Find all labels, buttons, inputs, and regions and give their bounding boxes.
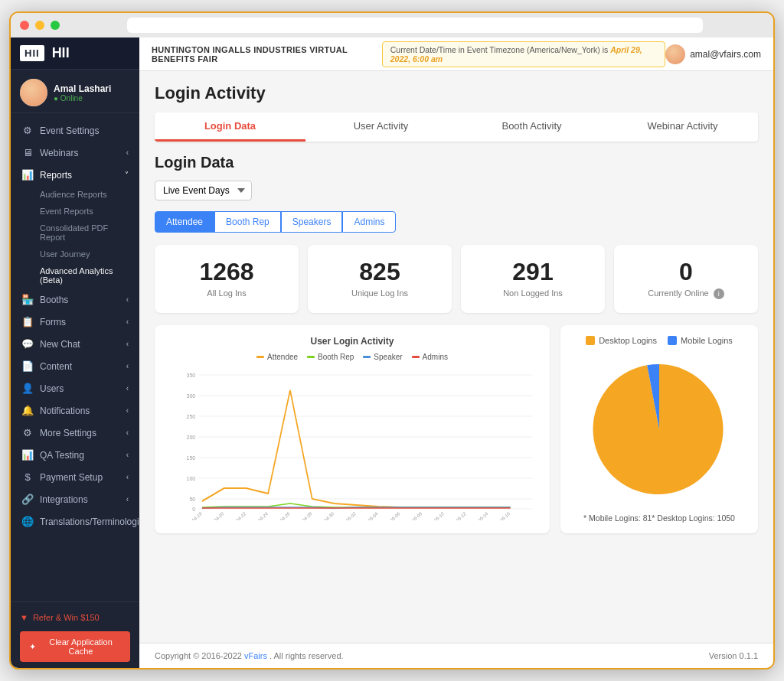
clear-cache-button[interactable]: ✦ Clear Application Cache: [20, 631, 130, 662]
stat-online-label: Currently Online i: [623, 288, 749, 299]
chevron-right-icon-2: ‹: [126, 295, 129, 304]
chart-legend: Attendee Booth Rep Speaker: [165, 353, 539, 361]
url-bar[interactable]: [127, 18, 703, 33]
legend-boothrep-dot: [307, 356, 315, 358]
sidebar-item-users[interactable]: 👤 Users ‹: [11, 377, 139, 399]
pie-svg: [583, 353, 736, 506]
svg-text:2022-05-12: 2022-05-12: [446, 510, 467, 520]
maximize-dot[interactable]: [51, 21, 60, 30]
svg-text:2022-05-08: 2022-05-08: [403, 510, 423, 520]
legend-admins-dot: [412, 356, 420, 358]
footer-brand-link[interactable]: vFairs: [244, 651, 267, 660]
close-dot[interactable]: [20, 21, 29, 30]
tab-user-activity[interactable]: User Activity: [305, 112, 456, 142]
chevron-right-icon-4: ‹: [126, 340, 129, 348]
pie-desktop-dot: [586, 336, 595, 345]
tab-webinar-activity[interactable]: Webinar Activity: [607, 112, 758, 142]
sidebar-item-content[interactable]: 📄 Content ‹: [11, 355, 139, 377]
user-status-badge: ● Online: [54, 94, 111, 103]
sidebar-item-integrations[interactable]: 🔗 Integrations ‹: [11, 488, 139, 510]
chevron-right-icon-6: ‹: [126, 384, 129, 393]
sidebar: HII HII Amal Lashari ● Online ⚙ Event Se…: [11, 37, 139, 668]
stat-unique-logins-value: 825: [317, 259, 443, 285]
line-chart: 350 300 250 200 150 100 50 0: [165, 367, 539, 520]
sub-tab-admins[interactable]: Admins: [342, 211, 396, 233]
legend-attendee-dot: [256, 356, 264, 358]
svg-text:2022-04-30: 2022-04-30: [315, 510, 335, 520]
gift-icon: ▼: [20, 613, 28, 622]
globe-icon: 🌐: [21, 516, 34, 527]
svg-text:50: 50: [189, 496, 195, 503]
sidebar-item-notifications[interactable]: 🔔 Notifications ‹: [11, 399, 139, 422]
sidebar-bottom: ▼ Refer & Win $150 ✦ Clear Application C…: [11, 601, 139, 668]
sidebar-item-translations[interactable]: 🌐 Translations/Terminologies: [11, 510, 139, 533]
user-menu-avatar: [665, 44, 685, 64]
filter-row: Live Event Days: [155, 181, 758, 200]
sidebar-item-reports[interactable]: 📊 Reports ˅: [11, 164, 139, 186]
svg-text:2022-05-10: 2022-05-10: [425, 510, 446, 520]
chevron-right-icon-11: ‹: [126, 495, 129, 503]
sidebar-item-qa-testing[interactable]: 📊 QA Testing ‹: [11, 444, 139, 466]
logo-box: HII: [20, 45, 44, 61]
event-datetime: Current Date/Time in Event Timezone (Ame…: [382, 41, 665, 67]
avatar: [20, 79, 47, 106]
sidebar-item-advanced-analytics[interactable]: Advanced Analytics (Beta): [11, 262, 139, 288]
sub-tabs: Attendee Booth Rep Speakers Admins: [155, 211, 758, 233]
chevron-down-icon: ˅: [125, 171, 129, 179]
sidebar-item-user-journey[interactable]: User Journey: [11, 246, 139, 262]
sub-tab-attendee[interactable]: Attendee: [155, 211, 214, 233]
charts-row: User Login Activity Attendee Booth Rep: [155, 325, 758, 533]
sidebar-item-forms[interactable]: 📋 Forms ‹: [11, 311, 139, 333]
stat-non-logged-value: 291: [470, 259, 596, 285]
chevron-right-icon-7: ‹: [126, 406, 129, 415]
pie-mobile-dot: [668, 336, 677, 345]
user-menu[interactable]: amal@vfairs.com: [665, 44, 761, 64]
section-title: Login Data: [155, 154, 758, 171]
sidebar-item-more-settings[interactable]: ⚙ More Settings ‹: [11, 422, 139, 444]
stat-non-logged-ins: 291 Non Logged Ins: [461, 245, 605, 313]
stats-grid: 1268 All Log Ins 825 Unique Log Ins 291 …: [155, 245, 758, 313]
bell-icon: 🔔: [21, 405, 34, 416]
svg-text:2022-04-22: 2022-04-22: [227, 510, 247, 520]
stat-unique-logins: 825 Unique Log Ins: [308, 245, 452, 313]
svg-text:2022-04-28: 2022-04-28: [292, 510, 313, 520]
refer-win-link[interactable]: ▼ Refer & Win $150: [20, 608, 130, 627]
sidebar-item-consolidated-pdf[interactable]: Consolidated PDF Report: [11, 220, 139, 246]
stat-all-logins: 1268 All Log Ins: [155, 245, 299, 313]
sub-tab-speakers[interactable]: Speakers: [281, 211, 343, 233]
svg-text:2022-05-02: 2022-05-02: [337, 510, 358, 520]
line-chart-card: User Login Activity Attendee Booth Rep: [155, 325, 550, 533]
gear-icon: ⚙: [21, 125, 34, 136]
svg-text:2022-05-14: 2022-05-14: [469, 510, 489, 520]
svg-text:350: 350: [187, 372, 196, 380]
sidebar-item-webinars[interactable]: 🖥 Webinars ‹: [11, 142, 139, 164]
tab-login-data[interactable]: Login Data: [155, 112, 305, 142]
tab-booth-activity[interactable]: Booth Activity: [456, 112, 607, 142]
pie-legend: Desktop Logins Mobile Logins: [586, 336, 733, 345]
sidebar-item-new-chat[interactable]: 💬 New Chat ‹: [11, 333, 139, 355]
pie-chart-card: Desktop Logins Mobile Logins: [560, 325, 758, 533]
legend-speaker: Speaker: [363, 353, 402, 361]
sidebar-item-payment[interactable]: $ Payment Setup ‹: [11, 466, 139, 488]
chevron-right-icon-10: ‹: [126, 473, 129, 481]
sidebar-item-audience-reports[interactable]: Audience Reports: [11, 186, 139, 203]
sidebar-item-booths[interactable]: 🏪 Booths ‹: [11, 288, 139, 311]
settings-icon: ⚙: [21, 427, 34, 438]
main-area: HUNTINGTON INGALLS INDUSTRIES VIRTUAL BE…: [139, 37, 773, 668]
titlebar: [11, 13, 773, 37]
svg-text:150: 150: [187, 455, 196, 462]
sub-tab-booth-rep[interactable]: Booth Rep: [214, 211, 281, 233]
svg-text:2022-04-24: 2022-04-24: [248, 510, 269, 520]
footer: Copyright © 2016-2022 vFairs . All right…: [139, 643, 773, 668]
users-icon: 👤: [21, 383, 34, 394]
minimize-dot[interactable]: [35, 21, 44, 30]
date-filter-select[interactable]: Live Event Days: [155, 181, 252, 200]
footer-copyright: Copyright © 2016-2022 vFairs . All right…: [155, 651, 344, 660]
booths-icon: 🏪: [21, 294, 34, 305]
sidebar-item-event-settings[interactable]: ⚙ Event Settings: [11, 119, 139, 142]
page-title: Login Activity: [155, 83, 758, 103]
sidebar-item-event-reports[interactable]: Event Reports: [11, 203, 139, 220]
info-icon[interactable]: i: [714, 288, 724, 299]
chevron-right-icon-8: ‹: [126, 428, 129, 437]
legend-speaker-dot: [363, 356, 371, 358]
